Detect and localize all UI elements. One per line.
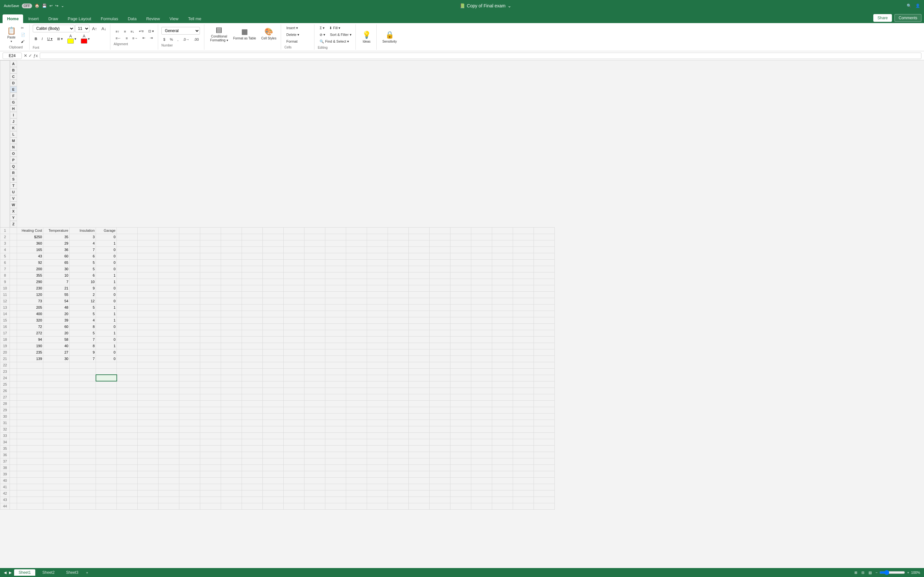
cell-G10[interactable] bbox=[137, 285, 158, 292]
cell-N12[interactable] bbox=[284, 298, 304, 304]
col-header-D[interactable]: D bbox=[10, 80, 17, 86]
align-top-button[interactable]: ≡↑ bbox=[113, 29, 121, 34]
cell-X22[interactable] bbox=[492, 362, 513, 368]
cell-A31[interactable] bbox=[10, 420, 17, 426]
cell-H32[interactable] bbox=[158, 426, 179, 432]
cell-S36[interactable] bbox=[388, 452, 409, 458]
cell-N36[interactable] bbox=[284, 452, 304, 458]
cell-E14[interactable]: 1 bbox=[96, 311, 117, 317]
user-icon[interactable]: 👤 bbox=[915, 3, 920, 8]
cell-C12[interactable]: 54 bbox=[43, 298, 69, 304]
cell-H41[interactable] bbox=[158, 484, 179, 490]
cell-V21[interactable] bbox=[451, 356, 471, 362]
cell-M7[interactable] bbox=[263, 266, 284, 272]
cell-I26[interactable] bbox=[179, 388, 200, 394]
cell-R6[interactable] bbox=[367, 259, 388, 266]
cell-S35[interactable] bbox=[388, 445, 409, 452]
cell-A7[interactable] bbox=[10, 266, 17, 272]
cell-G19[interactable] bbox=[137, 343, 158, 349]
cell-L3[interactable] bbox=[242, 240, 263, 247]
cell-V31[interactable] bbox=[451, 420, 471, 426]
cell-M16[interactable] bbox=[263, 324, 284, 330]
cell-D5[interactable]: 6 bbox=[69, 253, 96, 259]
cell-H13[interactable] bbox=[158, 304, 179, 311]
cell-Z6[interactable] bbox=[534, 259, 555, 266]
add-sheet-button[interactable]: ＋ bbox=[86, 570, 89, 575]
cell-D12[interactable]: 12 bbox=[69, 298, 96, 304]
cell-G7[interactable] bbox=[137, 266, 158, 272]
cell-F33[interactable] bbox=[117, 432, 137, 439]
cell-X19[interactable] bbox=[492, 343, 513, 349]
cell-F16[interactable] bbox=[117, 324, 137, 330]
align-middle-button[interactable]: ≡ bbox=[122, 29, 128, 34]
cell-K26[interactable] bbox=[221, 388, 242, 394]
row-num-23[interactable]: 23 bbox=[0, 368, 10, 375]
cell-A14[interactable] bbox=[10, 311, 17, 317]
cell-C44[interactable] bbox=[43, 503, 69, 509]
cell-E8[interactable]: 1 bbox=[96, 272, 117, 279]
cell-D25[interactable] bbox=[69, 381, 96, 388]
cell-V9[interactable] bbox=[451, 279, 471, 285]
cell-S37[interactable] bbox=[388, 458, 409, 464]
cell-G36[interactable] bbox=[137, 452, 158, 458]
cell-U33[interactable] bbox=[430, 432, 451, 439]
percent-button[interactable]: % bbox=[168, 37, 175, 42]
cell-C9[interactable]: 7 bbox=[43, 279, 69, 285]
cell-W39[interactable] bbox=[471, 471, 492, 477]
cell-N43[interactable] bbox=[284, 496, 304, 503]
cell-R12[interactable] bbox=[367, 298, 388, 304]
cell-M40[interactable] bbox=[263, 477, 284, 484]
sheet-tab-1[interactable]: Sheet1 bbox=[14, 569, 35, 576]
cell-K30[interactable] bbox=[221, 413, 242, 420]
cell-X20[interactable] bbox=[492, 349, 513, 356]
row-num-38[interactable]: 38 bbox=[0, 464, 10, 471]
col-header-T[interactable]: T bbox=[10, 182, 17, 189]
cell-U26[interactable] bbox=[430, 388, 451, 394]
cell-B6[interactable]: 92 bbox=[17, 259, 43, 266]
row-num-19[interactable]: 19 bbox=[0, 343, 10, 349]
cell-S15[interactable] bbox=[388, 317, 409, 324]
cell-Q31[interactable] bbox=[346, 420, 367, 426]
cell-J26[interactable] bbox=[200, 388, 221, 394]
cell-A1[interactable] bbox=[10, 227, 17, 234]
cell-L29[interactable] bbox=[242, 407, 263, 413]
cell-F44[interactable] bbox=[117, 503, 137, 509]
cell-W28[interactable] bbox=[471, 400, 492, 407]
cell-B38[interactable] bbox=[17, 464, 43, 471]
cell-N15[interactable] bbox=[284, 317, 304, 324]
cell-M37[interactable] bbox=[263, 458, 284, 464]
cell-O21[interactable] bbox=[304, 356, 325, 362]
col-header-F[interactable]: F bbox=[10, 93, 17, 99]
cell-A2[interactable] bbox=[10, 234, 17, 240]
cell-L21[interactable] bbox=[242, 356, 263, 362]
cell-H37[interactable] bbox=[158, 458, 179, 464]
cell-K34[interactable] bbox=[221, 439, 242, 445]
cell-T23[interactable] bbox=[409, 368, 430, 375]
cell-E13[interactable]: 1 bbox=[96, 304, 117, 311]
cell-S6[interactable] bbox=[388, 259, 409, 266]
cell-F35[interactable] bbox=[117, 445, 137, 452]
cell-L9[interactable] bbox=[242, 279, 263, 285]
cell-P2[interactable] bbox=[325, 234, 346, 240]
cell-Q40[interactable] bbox=[346, 477, 367, 484]
cell-F37[interactable] bbox=[117, 458, 137, 464]
cell-B4[interactable]: 165 bbox=[17, 247, 43, 253]
cell-G20[interactable] bbox=[137, 349, 158, 356]
cell-L19[interactable] bbox=[242, 343, 263, 349]
font-selector[interactable]: Calibri (Body) bbox=[33, 25, 74, 32]
cell-F20[interactable] bbox=[117, 349, 137, 356]
row-num-26[interactable]: 26 bbox=[0, 388, 10, 394]
cell-O32[interactable] bbox=[304, 426, 325, 432]
cell-N6[interactable] bbox=[284, 259, 304, 266]
cell-F40[interactable] bbox=[117, 477, 137, 484]
cell-L33[interactable] bbox=[242, 432, 263, 439]
cell-R42[interactable] bbox=[367, 490, 388, 496]
cell-P38[interactable] bbox=[325, 464, 346, 471]
cell-I30[interactable] bbox=[179, 413, 200, 420]
cell-K24[interactable] bbox=[221, 375, 242, 381]
cell-V37[interactable] bbox=[451, 458, 471, 464]
cell-P10[interactable] bbox=[325, 285, 346, 292]
cell-W32[interactable] bbox=[471, 426, 492, 432]
cell-Q35[interactable] bbox=[346, 445, 367, 452]
cell-K21[interactable] bbox=[221, 356, 242, 362]
